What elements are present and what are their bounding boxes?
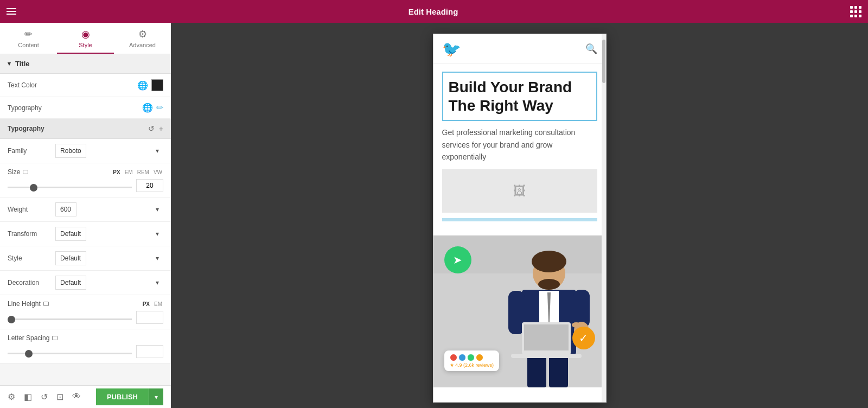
weight-select[interactable]: 600 [55, 202, 76, 216]
grid-menu[interactable] [850, 6, 861, 17]
style-icon: ◉ [81, 28, 90, 40]
image-placeholder-icon: 🖼 [513, 183, 526, 199]
grid-dot [854, 15, 857, 17]
section-title-label: Title [15, 60, 30, 68]
size-unit-em[interactable]: EM [124, 169, 134, 176]
svg-point-2 [538, 279, 560, 290]
size-unit-rem[interactable]: REM [136, 169, 150, 176]
settings-icon[interactable]: ⚙ [8, 392, 15, 402]
toolbar-icons: ⚙ ◧ ↺ ⊡ 👁 [8, 392, 81, 402]
size-unit-px[interactable]: PX [112, 169, 121, 176]
phone-content: Build Your Brand The Right Way Get profe… [433, 72, 606, 235]
typography-header-actions: ↺ + [148, 124, 163, 133]
tab-content[interactable]: ✏ Content [0, 23, 57, 54]
phone-scrollbar-thumb [602, 40, 605, 83]
typography-header: Typography ↺ + [0, 119, 171, 139]
man-section: ➤ ✓ ★ 4.9 (2. [433, 235, 606, 387]
transform-row: Transform Default [0, 222, 171, 246]
size-row: Size PX EM REM VW 20 [0, 163, 171, 197]
avatar-1 [450, 354, 457, 361]
responsive-icon[interactable]: ⊡ [56, 392, 63, 402]
letter-spacing-controls [8, 345, 163, 358]
phone-preview: 🐦 🔍 Build Your Brand The Right Way Get p… [433, 34, 607, 403]
heading-selected-box[interactable]: Build Your Brand The Right Way [442, 72, 597, 121]
arrow-icon: ➤ [453, 253, 462, 266]
advanced-icon: ⚙ [138, 28, 147, 40]
text-color-actions: 🌐 [137, 79, 163, 91]
content-icon: ✏ [24, 28, 33, 40]
svg-rect-14 [511, 354, 582, 358]
color-swatch[interactable] [151, 79, 163, 91]
weight-row: Weight 600 [0, 197, 171, 222]
grid-dot [859, 6, 861, 9]
letter-spacing-top: Letter Spacing [8, 334, 163, 342]
section-arrow: ▾ [8, 60, 11, 67]
letter-spacing-slider[interactable] [8, 353, 132, 354]
hamburger-menu[interactable] [7, 8, 16, 15]
tab-content-label: Content [18, 42, 39, 48]
family-label: Family [8, 147, 51, 155]
size-slider[interactable] [8, 187, 132, 188]
bottom-toolbar: ⚙ ◧ ↺ ⊡ 👁 PUBLISH ▾ [0, 385, 171, 408]
typography-add-btn[interactable]: + [159, 124, 163, 133]
grid-dot [850, 15, 853, 17]
typography-header-label: Typography [8, 125, 44, 132]
transform-select[interactable]: Default [55, 227, 86, 241]
left-panel: ✏ Content ◉ Style ⚙ Advanced ▾ Title Tex… [0, 23, 171, 408]
typography-pencil-icon[interactable]: ✏ [156, 103, 163, 113]
line-height-unit-px[interactable]: PX [142, 301, 151, 308]
typography-globe-icon[interactable]: 🌐 [142, 103, 153, 113]
hamburger-line-3 [7, 14, 16, 15]
blue-bar [442, 218, 597, 221]
phone-search-icon[interactable]: 🔍 [585, 43, 597, 55]
layers-icon[interactable]: ◧ [24, 392, 32, 402]
tab-style-label: Style [79, 42, 92, 48]
image-placeholder: 🖼 [442, 169, 597, 213]
line-height-slider-container [8, 313, 132, 322]
line-height-units: PX EM [142, 301, 163, 308]
line-height-unit-em[interactable]: EM [153, 301, 163, 308]
decoration-select-wrapper: Default [55, 276, 163, 290]
rating-avatars [450, 354, 494, 361]
decoration-select[interactable]: Default [55, 276, 86, 290]
line-height-slider[interactable] [8, 318, 132, 320]
letter-spacing-label-container: Letter Spacing [8, 334, 58, 342]
tab-advanced[interactable]: ⚙ Advanced [114, 23, 171, 54]
style-select[interactable]: Default [55, 251, 86, 265]
avatar-3 [467, 354, 475, 361]
heading-text: Build Your Brand The Right Way [449, 78, 591, 114]
hamburger-line-2 [7, 11, 16, 12]
style-label: Style [8, 254, 51, 262]
size-controls: 20 [8, 179, 163, 192]
section-title-title[interactable]: ▾ Title [0, 54, 171, 74]
grid-dot [859, 15, 861, 17]
check-icon: ✓ [579, 331, 588, 345]
orange-circle-icon: ✓ [572, 327, 595, 349]
family-row: Family Roboto [0, 139, 171, 163]
size-monitor-icon [23, 170, 28, 174]
globe-icon[interactable]: 🌐 [137, 80, 148, 91]
size-input[interactable]: 20 [136, 179, 163, 192]
decoration-label: Decoration [8, 279, 51, 286]
typography-controls: Family Roboto Size PX EM [0, 139, 171, 364]
text-color-row: Text Color 🌐 [0, 74, 171, 97]
family-select[interactable]: Roboto [55, 144, 86, 158]
line-height-label: Line Height [8, 300, 41, 308]
line-height-input[interactable] [136, 311, 163, 324]
grid-dot [854, 10, 857, 13]
grid-dot [850, 6, 853, 9]
tab-style[interactable]: ◉ Style [57, 23, 114, 54]
letter-spacing-monitor-icon [52, 336, 58, 340]
phone-scrollbar[interactable] [602, 34, 606, 402]
weight-select-wrapper: 600 [55, 202, 163, 216]
size-unit-vw[interactable]: VW [152, 169, 163, 176]
svg-point-1 [532, 251, 566, 272]
publish-arrow-button[interactable]: ▾ [149, 388, 163, 405]
letter-spacing-input[interactable] [136, 345, 163, 358]
letter-spacing-label: Letter Spacing [8, 334, 49, 342]
history-icon[interactable]: ↺ [41, 392, 48, 402]
publish-button[interactable]: PUBLISH [96, 388, 149, 405]
eye-icon[interactable]: 👁 [72, 392, 81, 402]
typography-reset-btn[interactable]: ↺ [148, 124, 155, 133]
publish-btn-group: PUBLISH ▾ [96, 388, 163, 405]
